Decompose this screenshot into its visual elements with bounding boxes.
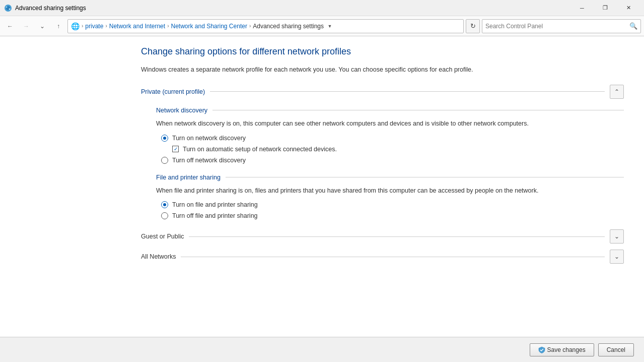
radio-btn-turn-off-discovery[interactable] bbox=[161, 157, 168, 164]
restore-button[interactable]: ❐ bbox=[594, 0, 617, 16]
save-changes-button[interactable]: Save changes bbox=[530, 343, 594, 356]
svg-point-3 bbox=[9, 8, 11, 10]
back-button[interactable]: ← bbox=[3, 19, 17, 33]
radio-label-turn-on-sharing: Turn on file and printer sharing bbox=[172, 201, 258, 208]
section-guest-public-header: Guest or Public ⌄ bbox=[141, 229, 624, 244]
section-guest-public-label: Guest or Public bbox=[141, 233, 184, 240]
main-content: Change sharing options for different net… bbox=[0, 36, 644, 337]
radio-turn-on-sharing: Turn on file and printer sharing bbox=[161, 201, 624, 208]
up-button[interactable]: ↑ bbox=[51, 19, 65, 33]
section-all-networks-label: All Networks bbox=[141, 253, 176, 260]
forward-button[interactable]: → bbox=[19, 19, 33, 33]
section-all-networks-header: All Networks ⌄ bbox=[141, 250, 624, 264]
window-title: Advanced sharing settings bbox=[15, 5, 570, 12]
subsection-network-discovery-line bbox=[212, 110, 624, 110]
radio-turn-off-sharing: Turn off file and printer sharing bbox=[161, 212, 624, 219]
search-icon-button[interactable]: 🔍 bbox=[629, 22, 637, 30]
shield-icon bbox=[538, 346, 545, 353]
checkbox-label-auto-setup: Turn on automatic setup of network conne… bbox=[183, 146, 337, 153]
radio-turn-on-discovery: Turn on network discovery bbox=[161, 135, 624, 142]
section-private-label: Private (current profile) bbox=[141, 88, 205, 95]
page-description: Windows creates a separate network profi… bbox=[141, 65, 624, 75]
checkbox-auto-setup: ✓ Turn on automatic setup of network con… bbox=[161, 146, 624, 153]
subsection-file-printer-label: File and printer sharing bbox=[156, 174, 221, 181]
section-private-line bbox=[210, 91, 605, 92]
file-printer-description: When file and printer sharing is on, fil… bbox=[156, 186, 624, 196]
breadcrumb-sharing-center[interactable]: Network and Sharing Center bbox=[171, 23, 247, 30]
radio-btn-turn-on-discovery[interactable] bbox=[161, 135, 168, 142]
file-printer-options: Turn on file and printer sharing Turn of… bbox=[156, 201, 624, 219]
section-guest-public: Guest or Public ⌄ bbox=[141, 229, 624, 244]
breadcrumb-dropdown-button[interactable]: ▼ bbox=[325, 19, 335, 33]
section-all-networks-toggle[interactable]: ⌄ bbox=[610, 250, 624, 264]
cancel-button[interactable]: Cancel bbox=[598, 343, 634, 356]
breadcrumb-control-panel[interactable]: private bbox=[85, 23, 103, 30]
section-guest-public-line bbox=[189, 236, 605, 237]
window-icon bbox=[4, 4, 12, 12]
subsection-network-discovery: Network discovery When network discovery… bbox=[141, 107, 624, 164]
radio-label-turn-on-discovery: Turn on network discovery bbox=[172, 135, 246, 142]
network-discovery-description: When network discovery is on, this compu… bbox=[156, 119, 624, 129]
radio-btn-turn-on-sharing[interactable] bbox=[161, 201, 168, 208]
section-private-header: Private (current profile) ⌃ bbox=[141, 85, 624, 99]
subsection-file-printer-header: File and printer sharing bbox=[156, 174, 624, 181]
minimize-button[interactable]: ─ bbox=[570, 0, 594, 16]
radio-turn-off-discovery: Turn off network discovery bbox=[161, 157, 624, 164]
section-all-networks-line bbox=[181, 257, 605, 257]
breadcrumb-current: Advanced sharing settings bbox=[253, 23, 324, 30]
subsection-file-printer-line bbox=[226, 177, 624, 177]
address-bar: ← → ⌄ ↑ 🌐 › private › Network and Intern… bbox=[0, 16, 644, 36]
recent-locations-button[interactable]: ⌄ bbox=[35, 19, 49, 33]
checkbox-btn-auto-setup[interactable]: ✓ bbox=[172, 146, 179, 152]
footer: Save changes Cancel bbox=[0, 337, 644, 362]
breadcrumb-icon: 🌐 bbox=[71, 22, 80, 30]
close-button[interactable]: ✕ bbox=[617, 0, 640, 16]
page-title: Change sharing options for different net… bbox=[141, 46, 624, 57]
refresh-button[interactable]: ↻ bbox=[466, 19, 480, 33]
section-private: Private (current profile) ⌃ Network disc… bbox=[141, 85, 624, 220]
title-bar: Advanced sharing settings ─ ❐ ✕ bbox=[0, 0, 644, 16]
subsection-file-printer-sharing: File and printer sharing When file and p… bbox=[141, 174, 624, 220]
subsection-network-discovery-label: Network discovery bbox=[156, 107, 207, 114]
cancel-label: Cancel bbox=[607, 346, 625, 353]
section-all-networks: All Networks ⌄ bbox=[141, 250, 624, 264]
network-discovery-options: Turn on network discovery ✓ Turn on auto… bbox=[156, 135, 624, 164]
breadcrumb: 🌐 › private › Network and Internet › Net… bbox=[67, 19, 464, 33]
breadcrumb-network-internet[interactable]: Network and Internet bbox=[109, 23, 165, 30]
radio-label-turn-off-sharing: Turn off file and printer sharing bbox=[172, 212, 258, 219]
section-guest-public-toggle[interactable]: ⌄ bbox=[610, 229, 624, 244]
radio-btn-turn-off-sharing[interactable] bbox=[161, 212, 168, 219]
section-private-toggle[interactable]: ⌃ bbox=[610, 85, 624, 99]
subsection-network-discovery-header: Network discovery bbox=[156, 107, 624, 114]
search-input[interactable] bbox=[485, 23, 627, 30]
search-bar: 🔍 bbox=[482, 19, 641, 33]
svg-point-2 bbox=[6, 6, 8, 8]
radio-label-turn-off-discovery: Turn off network discovery bbox=[172, 157, 246, 164]
save-changes-label: Save changes bbox=[547, 346, 586, 353]
window-controls: ─ ❐ ✕ bbox=[570, 0, 640, 16]
